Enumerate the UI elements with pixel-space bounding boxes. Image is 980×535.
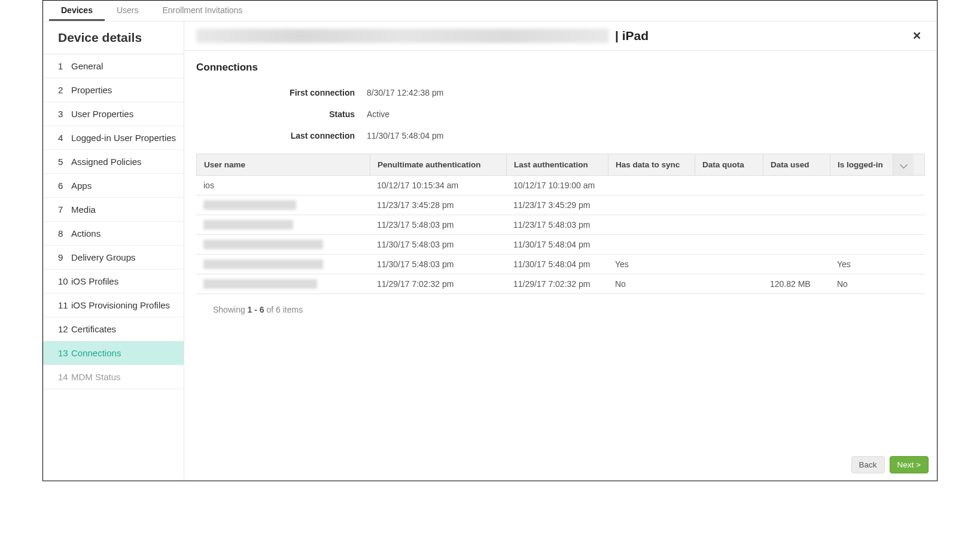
cell: [196, 195, 370, 215]
col-data-quota[interactable]: Data quota: [695, 154, 763, 175]
table-row[interactable]: 11/23/17 5:48:03 pm11/23/17 5:48:03 pm: [196, 215, 925, 235]
sidebar-item-label: Media: [71, 204, 96, 215]
sidebar-item-number: 7: [58, 204, 71, 215]
sidebar-item-assigned-policies[interactable]: 5Assigned Policies: [43, 150, 184, 174]
sidebar-item-number: 11: [58, 300, 71, 310]
cell: [695, 240, 763, 249]
cell: [763, 240, 830, 249]
sidebar-item-label: Actions: [71, 228, 101, 239]
cell: [893, 220, 913, 230]
col-last-auth[interactable]: Last authentication: [507, 154, 608, 175]
cell: [763, 220, 830, 230]
section-title: Connections: [196, 62, 925, 74]
col-has-sync[interactable]: Has data to sync: [608, 154, 695, 175]
cell: [695, 181, 763, 190]
cell: [893, 181, 913, 190]
sidebar-item-user-properties[interactable]: 3User Properties: [43, 102, 184, 126]
table-row[interactable]: 11/29/17 7:02:32 pm11/29/17 7:02:32 pmNo…: [196, 274, 925, 294]
sidebar-item-number: 3: [58, 109, 71, 119]
sidebar-item-logged-in-user-properties[interactable]: 4Logged-in User Properties: [43, 126, 184, 150]
username-redacted: [203, 200, 296, 210]
sidebar-item-ios-profiles[interactable]: 10iOS Profiles: [43, 270, 184, 294]
cell: [763, 200, 830, 210]
detail-value: 11/30/17 5:48:04 pm: [367, 131, 443, 140]
cell: [830, 240, 893, 249]
cell: [608, 240, 695, 249]
sidebar-item-label: User Properties: [71, 109, 133, 119]
sidebar-item-media[interactable]: 7Media: [43, 198, 184, 222]
column-expand-toggle[interactable]: [893, 154, 914, 175]
cell: Yes: [830, 255, 893, 274]
col-user-name[interactable]: User name: [197, 154, 370, 175]
username-redacted: [203, 259, 323, 269]
sidebar-item-certificates[interactable]: 12Certificates: [43, 317, 184, 341]
cell: Yes: [608, 255, 695, 274]
cell: [196, 274, 370, 294]
sidebar-item-mdm-status[interactable]: 14MDM Status: [43, 365, 184, 389]
table-row[interactable]: ios10/12/17 10:15:34 am10/12/17 10:19:00…: [196, 176, 925, 195]
sidebar-item-label: Connections: [71, 348, 121, 358]
detail-value: 8/30/17 12:42:38 pm: [367, 88, 443, 97]
sidebar-item-label: iOS Provisioning Profiles: [71, 300, 170, 310]
sidebar-item-number: 12: [58, 324, 71, 334]
cell: [893, 279, 913, 289]
username-redacted: [203, 220, 293, 230]
table-row[interactable]: 11/30/17 5:48:03 pm11/30/17 5:48:04 pm: [196, 235, 925, 255]
cell: [695, 220, 763, 230]
cell: [608, 200, 695, 210]
detail-label: Last connection: [196, 131, 367, 140]
sidebar-item-number: 6: [58, 181, 71, 191]
sidebar-item-number: 1: [58, 61, 71, 71]
cell: [830, 220, 893, 230]
cell: 10/12/17 10:19:00 am: [506, 176, 608, 195]
cell: [763, 181, 830, 190]
cell: [196, 235, 370, 254]
cell: 11/23/17 5:48:03 pm: [506, 215, 608, 234]
sidebar-item-number: 9: [58, 252, 71, 262]
back-button[interactable]: Back: [851, 456, 885, 473]
tab-enrollment-invitations[interactable]: Enrollment Invitations: [151, 1, 255, 21]
pagination-status: Showing 1 - 6 of 6 items: [196, 294, 925, 314]
sidebar-item-general[interactable]: 1General: [43, 54, 184, 78]
sidebar-item-label: Logged-in User Properties: [71, 133, 176, 143]
page-header: | iPad ✕: [184, 22, 937, 51]
table-row[interactable]: 11/30/17 5:48:03 pm11/30/17 5:48:04 pmYe…: [196, 255, 925, 274]
tab-devices[interactable]: Devices: [49, 1, 105, 21]
cell: 11/23/17 3:45:29 pm: [506, 195, 608, 215]
device-type-label: | iPad: [615, 29, 649, 43]
sidebar-item-actions[interactable]: 8Actions: [43, 222, 184, 246]
sidebar-item-number: 13: [58, 348, 71, 358]
sidebar-item-number: 4: [58, 133, 71, 143]
col-data-used[interactable]: Data used: [763, 154, 830, 175]
table-row[interactable]: 11/23/17 3:45:28 pm11/23/17 3:45:29 pm: [196, 195, 925, 215]
col-penultimate[interactable]: Penultimate authentication: [370, 154, 507, 175]
username-redacted: [203, 240, 323, 249]
col-logged-in[interactable]: Is logged-in: [830, 154, 893, 175]
detail-value: Active: [367, 109, 389, 119]
cell: [763, 259, 830, 269]
device-name-redacted: [196, 29, 609, 43]
sidebar-item-number: 8: [58, 228, 71, 239]
cell: 11/29/17 7:02:32 pm: [506, 274, 608, 294]
chevron-down-icon: [901, 160, 906, 169]
close-icon[interactable]: ✕: [909, 29, 925, 42]
cell: [893, 240, 913, 249]
sidebar-item-properties[interactable]: 2Properties: [43, 78, 184, 102]
sidebar-item-ios-provisioning-profiles[interactable]: 11iOS Provisioning Profiles: [43, 294, 184, 317]
main-panel: | iPad ✕ Connections First connection8/3…: [184, 22, 937, 481]
sidebar-item-number: 2: [58, 85, 71, 95]
cell: 11/23/17 3:45:28 pm: [370, 195, 506, 215]
sidebar-item-label: MDM Status: [71, 372, 121, 382]
cell: [695, 259, 763, 269]
cell: No: [608, 274, 695, 294]
sidebar: Device details 1General2Properties3User …: [43, 22, 184, 481]
next-button[interactable]: Next >: [890, 456, 929, 473]
tab-users[interactable]: Users: [105, 1, 151, 21]
cell: [695, 200, 763, 210]
username-redacted: [203, 279, 317, 289]
sidebar-item-delivery-groups[interactable]: 9Delivery Groups: [43, 246, 184, 270]
sidebar-item-apps[interactable]: 6Apps: [43, 174, 184, 198]
sidebar-item-connections[interactable]: 13Connections: [43, 341, 184, 365]
detail-row: First connection8/30/17 12:42:38 pm: [196, 82, 925, 103]
cell: [695, 279, 763, 289]
